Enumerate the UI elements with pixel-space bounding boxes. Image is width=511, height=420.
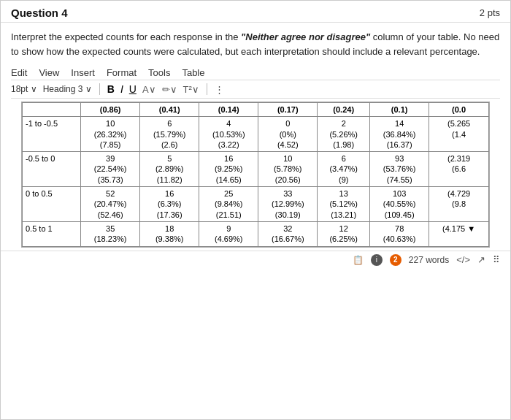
- more-options-icon[interactable]: ⋮: [215, 84, 224, 95]
- editor-area: Edit View Insert Format Tools Table 18pt…: [1, 64, 510, 248]
- table-row: -1 to -0.5 10(26.32%)(7.85) 6(15.79%)(2.…: [23, 117, 489, 152]
- page-header: Question 4 2 pts: [1, 1, 510, 23]
- row-label-3: 0.5 to 1: [23, 221, 81, 246]
- cell-2-1: 52(20.47%)(52.46): [81, 187, 140, 222]
- cell-2-4: 33(12.99%)(30.19): [258, 187, 318, 222]
- menu-format[interactable]: Format: [107, 67, 137, 78]
- cell-3-3: 9(4.69%): [199, 221, 258, 246]
- cell-3-6: 78(40.63%): [370, 221, 429, 246]
- cell-1-7: (2.319(6.6: [429, 152, 489, 187]
- cell-2-2: 16(6.3%)(17.36): [140, 187, 199, 222]
- table-header-row: (0.86) (0.41) (0.14) (0.17) (0.24) (0.1)…: [23, 103, 489, 117]
- col-header-6: (0.1): [370, 103, 429, 117]
- toolbar-separator-2: [207, 83, 207, 95]
- editor-footer: 📋 i 2 227 words </> ↗ ⠿: [1, 251, 510, 269]
- font-size-select[interactable]: 18pt ∨: [11, 84, 37, 94]
- font-color-button[interactable]: A∨: [142, 84, 156, 95]
- cell-3-1: 35(18.23%): [81, 221, 140, 246]
- cell-3-5: 12(6.25%): [318, 221, 370, 246]
- cell-2-7: (4.729(9.8: [429, 187, 489, 222]
- question-text-emphasis: "Neither agree nor disagree": [241, 31, 370, 42]
- notification-badge: 2: [390, 254, 402, 266]
- highlight-button[interactable]: ✏∨: [162, 84, 177, 95]
- question-body: Interpret the expected counts for each r…: [1, 23, 510, 64]
- menu-view[interactable]: View: [39, 67, 59, 78]
- cell-0-4: 0(0%)(4.52): [258, 117, 318, 152]
- superscript-button[interactable]: T²∨: [183, 84, 199, 95]
- expand-button[interactable]: ↗: [477, 254, 485, 265]
- cell-3-2: 18(9.38%): [140, 221, 199, 246]
- word-count: 227 words: [409, 255, 449, 265]
- toolbar: 18pt ∨ Heading 3 ∨ B I U A∨ ✏∨ T²∨ ⋮: [11, 80, 500, 99]
- info-icon: i: [371, 254, 383, 266]
- cell-2-3: 25(9.84%)(21.51): [199, 187, 258, 222]
- data-table: (0.86) (0.41) (0.14) (0.17) (0.24) (0.1)…: [22, 102, 489, 247]
- table-row: -0.5 to 0 39(22.54%)(35.73) 5(2.89%)(11.…: [23, 152, 489, 187]
- cell-0-7: (5.265(1.4: [429, 117, 489, 152]
- cell-1-5: 6(3.47%)(9): [318, 152, 370, 187]
- heading-select[interactable]: Heading 3 ∨: [43, 84, 92, 94]
- question-title: Question 4: [11, 7, 68, 19]
- points-label: 2 pts: [480, 7, 500, 18]
- col-header-0: [23, 103, 81, 117]
- italic-button[interactable]: I: [120, 83, 123, 95]
- cell-0-2: 6(15.79%)(2.6): [140, 117, 199, 152]
- menu-insert[interactable]: Insert: [71, 67, 95, 78]
- col-header-7: (0.0: [429, 103, 489, 117]
- row-label-2: 0 to 0.5: [23, 187, 81, 222]
- cell-0-5: 2(5.26%)(1.98): [318, 117, 370, 152]
- menu-table[interactable]: Table: [182, 67, 204, 78]
- table-row: 0 to 0.5 52(20.47%)(52.46) 16(6.3%)(17.3…: [23, 187, 489, 222]
- col-header-1: (0.86): [81, 103, 140, 117]
- cell-1-3: 16(9.25%)(14.65): [199, 152, 258, 187]
- cell-1-4: 10(5.78%)(20.56): [258, 152, 318, 187]
- cell-3-4: 32(16.67%): [258, 221, 318, 246]
- code-view-button[interactable]: </>: [456, 254, 470, 265]
- menu-edit[interactable]: Edit: [11, 67, 27, 78]
- toolbar-separator: [99, 83, 100, 95]
- cell-2-5: 13(5.12%)(13.21): [318, 187, 370, 222]
- row-label-1: -0.5 to 0: [23, 152, 81, 187]
- cell-1-6: 93(53.76%)(74.55): [370, 152, 429, 187]
- col-header-4: (0.17): [258, 103, 318, 117]
- cell-2-6: 103(40.55%)(109.45): [370, 187, 429, 222]
- menu-tools[interactable]: Tools: [148, 67, 170, 78]
- underline-button[interactable]: U: [129, 83, 137, 95]
- cell-0-1: 10(26.32%)(7.85): [81, 117, 140, 152]
- row-label-0: -1 to -0.5: [23, 117, 81, 152]
- table-row: 0.5 to 1 35(18.23%) 18(9.38%) 9(4.69%) 3…: [23, 221, 489, 246]
- bold-button[interactable]: B: [107, 83, 115, 95]
- question-text-prefix: Interpret the expected counts for each r…: [11, 31, 241, 42]
- cell-3-7: (4.175 ▼: [429, 221, 489, 246]
- col-header-5: (0.24): [318, 103, 370, 117]
- data-table-container: (0.86) (0.41) (0.14) (0.17) (0.24) (0.1)…: [21, 102, 490, 248]
- cell-0-6: 14(36.84%)(16.37): [370, 117, 429, 152]
- cell-1-2: 5(2.89%)(11.82): [140, 152, 199, 187]
- cell-1-1: 39(22.54%)(35.73): [81, 152, 140, 187]
- col-header-2: (0.41): [140, 103, 199, 117]
- col-header-3: (0.14): [199, 103, 258, 117]
- menu-bar: Edit View Insert Format Tools Table: [11, 64, 500, 80]
- clipboard-icon: 📋: [353, 255, 364, 265]
- cell-0-3: 4(10.53%)(3.22): [199, 117, 258, 152]
- drag-handle-icon: ⠿: [493, 254, 500, 265]
